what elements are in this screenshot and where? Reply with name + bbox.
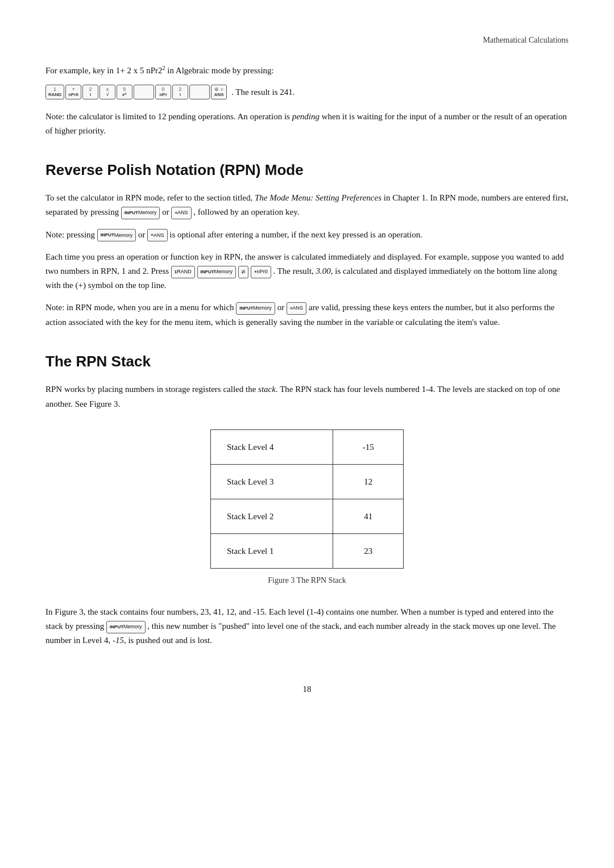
rpn-stack-para1: RPN works by placing numbers in storage … <box>45 382 569 411</box>
key-plus-inline: + nPr0 <box>251 266 271 278</box>
key-2-inline: 2 i <box>238 266 248 278</box>
stack-table: Stack Level 4-15Stack Level 312Stack Lev… <box>210 429 404 569</box>
rpn-heading: Reverse Polish Notation (RPN) Mode <box>45 158 569 182</box>
key-x: x √ <box>99 85 115 99</box>
rpn-stack-heading: The RPN Stack <box>45 350 569 374</box>
stack-label: Stack Level 2 <box>211 499 333 533</box>
example-suffix: in Algebraic mode by pressing: <box>165 66 274 75</box>
key-input-inline4: INPUT Memory <box>236 302 275 315</box>
stack-value: -15 <box>333 429 404 464</box>
rpn-para3: Each time you press an operation or func… <box>45 250 569 293</box>
rpn-para4: Note: in RPN mode, when you are in a men… <box>45 301 569 329</box>
key-input-inline2: INPUT Memory <box>97 229 136 241</box>
rpn-para1: To set the calculator in RPN mode, refer… <box>45 191 569 219</box>
note1-before: Note: the calculator is limited to 12 pe… <box>45 112 292 121</box>
rpn-para2: Note: pressing INPUT Memory or = ANS is … <box>45 228 569 242</box>
key-blank1 <box>134 85 154 99</box>
example-text: For example, key in 1+ 2 x 5 nPr2 <box>45 66 163 75</box>
key-sequence-example: 1 RAND + nPr0 2 i x √ 5 eˣ 0 nPr 2 i <box>45 85 295 99</box>
table-row: Stack Level 4-15 <box>211 429 404 464</box>
key-input-inline1: INPUT Memory <box>121 207 160 219</box>
key-equals-ans: ⊕ = ANS <box>211 85 227 99</box>
table-row: Stack Level 312 <box>211 464 404 499</box>
rpn-stack-para2: In Figure 3, the stack contains four num… <box>45 605 569 648</box>
note-pending: Note: the calculator is limited to 12 pe… <box>45 110 569 138</box>
stack-value: 41 <box>333 499 404 533</box>
key-5: 5 eˣ <box>117 85 132 99</box>
table-row: Stack Level 241 <box>211 499 404 533</box>
key-input-inline5: INPUT Memory <box>106 621 146 633</box>
note1-italic: pending <box>292 112 320 121</box>
key-1: 1 RAND <box>45 85 64 99</box>
example-line: For example, key in 1+ 2 x 5 nPr22 in Al… <box>45 64 569 78</box>
stack-table-wrapper: Stack Level 4-15Stack Level 312Stack Lev… <box>45 429 569 598</box>
key-2a: 2 i <box>82 85 98 99</box>
key-input-inline3: INPUT Memory <box>197 266 237 278</box>
intro-section: For example, key in 1+ 2 x 5 nPr22 in Al… <box>45 64 569 137</box>
key-1-inline: 1 RAND <box>171 266 195 278</box>
stack-value: 23 <box>333 533 404 568</box>
figure-caption: Figure 3 The RPN Stack <box>268 574 346 587</box>
result-text: . The result is 241. <box>231 85 294 99</box>
stack-label: Stack Level 3 <box>211 464 333 499</box>
key-equals-inline1: = ANS <box>171 207 191 219</box>
table-row: Stack Level 123 <box>211 533 404 568</box>
key-0: 0 nPr <box>155 85 171 99</box>
key-blank2 <box>189 85 210 99</box>
key-equals-inline3: = ANS <box>287 302 306 315</box>
key-equals-inline2: = ANS <box>147 229 167 241</box>
key-plus: + nPr0 <box>65 85 81 99</box>
stack-value: 12 <box>333 464 404 499</box>
page-header: Mathematical Calculations <box>45 34 569 47</box>
page-number: 18 <box>45 682 569 696</box>
stack-label: Stack Level 4 <box>211 429 333 464</box>
key-2b: 2 i <box>172 85 188 99</box>
header-title: Mathematical Calculations <box>483 36 569 44</box>
stack-label: Stack Level 1 <box>211 533 333 568</box>
